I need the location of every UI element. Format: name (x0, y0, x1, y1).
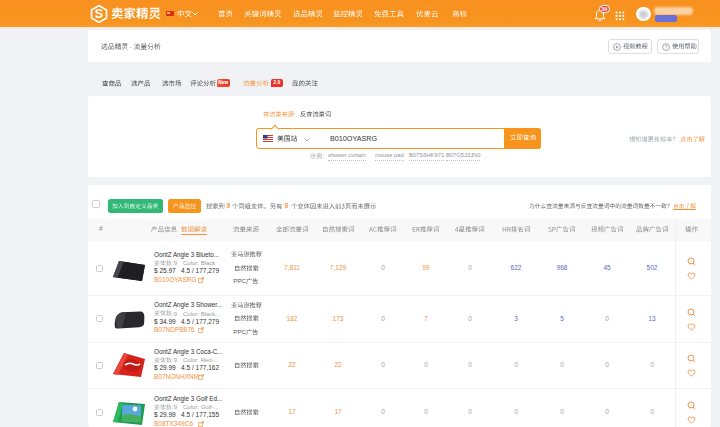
svg-text:S: S (95, 7, 103, 21)
svg-text:?: ? (665, 44, 668, 50)
